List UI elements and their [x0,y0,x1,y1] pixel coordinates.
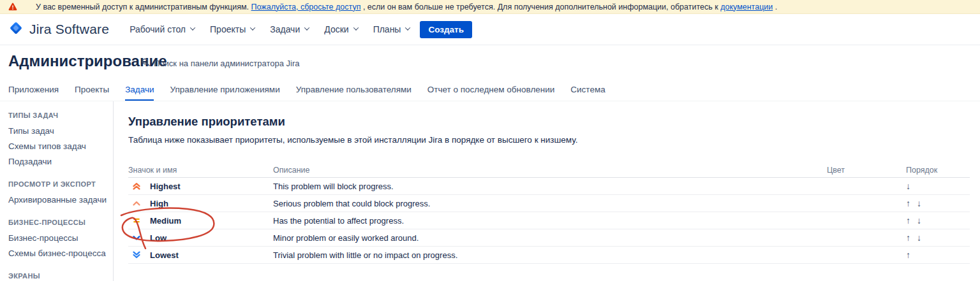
table-row: Medium Has the potential to affect progr… [128,212,970,229]
reset-access-link[interactable]: Пожалуйста, сбросьте доступ [251,3,361,11]
app-header: Jira Software Рабочий стол Проекты Задач… [0,14,980,45]
col-header-description: Описание [273,166,827,175]
banner-text: У вас временный доступ к административны… [36,3,777,11]
jira-logo-icon [8,20,24,39]
sidebar-section-header: БИЗНЕС-ПРОЦЕССЫ [8,219,108,226]
top-nav: Рабочий стол Проекты Задачи Доски Планы [130,24,410,34]
priorities-table: Значок и имя Описание Цвет Порядок Highe… [128,163,970,264]
table-row: High Serious problem that could block pr… [128,195,970,212]
tab-projects[interactable]: Проекты [75,85,109,101]
create-button[interactable]: Создать [420,21,472,38]
search-icon [142,58,150,68]
chevron-down-icon [304,25,309,30]
sidebar-section-view-export: ПРОСМОТР И ЭКСПОРТ Архивированные задачи [8,180,108,207]
documentation-link[interactable]: документации [720,3,773,11]
sidebar-section-workflows: БИЗНЕС-ПРОЦЕССЫ Бизнес-процессы Схемы би… [8,219,108,261]
admin-title-bar: Администрирование Поиск на панели админи… [0,45,980,82]
priority-description: Has the potential to affect progress. [273,216,827,226]
move-down-button[interactable]: ↓ [917,216,921,225]
tab-user-management[interactable]: Управление пользователями [296,85,412,101]
chevron-down-icon [405,25,410,30]
sidebar-section-screens: ЭКРАНЫ Экраны [8,272,108,281]
move-up-button[interactable]: ↑ [906,199,910,208]
tab-system[interactable]: Система [570,85,605,101]
tab-applications[interactable]: Приложения [8,85,59,101]
table-row: Lowest Trivial problem with little or no… [128,247,970,264]
sidebar-item-workflow-schemes[interactable]: Схемы бизнес-процесса [8,245,108,261]
priority-description: Minor problem or easily worked around. [273,233,827,243]
nav-boards[interactable]: Доски [324,24,357,34]
main-content: Управление приоритетами Таблица ниже пок… [114,101,980,281]
sidebar-item-workflows[interactable]: Бизнес-процессы [8,230,108,245]
sidebar-section-issue-types: ТИПЫ ЗАДАЧ Типы задач Схемы типов задач … [8,112,108,169]
nav-plans[interactable]: Планы [373,24,410,34]
chevron-down-icon [190,25,195,30]
priority-name[interactable]: Highest [150,182,181,191]
move-down-button[interactable]: ↓ [906,182,910,191]
move-up-button[interactable]: ↑ [906,250,910,259]
move-down-button[interactable]: ↓ [917,233,921,242]
priority-name[interactable]: High [150,199,168,208]
col-header-color: Цвет [827,166,906,175]
tab-latest-upgrade-report[interactable]: Отчет о последнем обновлении [427,85,555,101]
sidebar-item-issue-types[interactable]: Типы задач [8,123,108,138]
priority-name[interactable]: Low [150,233,167,243]
sidebar-item-archived-issues[interactable]: Архивированные задачи [8,192,108,207]
move-up-button[interactable]: ↑ [906,233,910,242]
chevron-down-icon [250,25,255,30]
warning-icon [8,3,17,11]
admin-tabs: Приложения Проекты Задачи Управление при… [8,85,605,101]
section-title: Управление приоритетами [128,115,970,129]
jira-logo[interactable]: Jira Software [8,20,109,39]
priority-name[interactable]: Medium [150,216,181,226]
nav-projects[interactable]: Проекты [210,24,255,34]
nav-dashboard[interactable]: Рабочий стол [130,24,195,34]
tab-issues[interactable]: Задачи [125,85,154,101]
table-header-row: Значок и имя Описание Цвет Порядок [128,163,970,178]
section-description: Таблица ниже показывает приоритеты, испо… [128,135,970,145]
priority-medium-icon [131,215,142,226]
priority-description: Serious problem that could block progres… [273,199,827,208]
nav-issues[interactable]: Задачи [270,24,309,34]
chevron-down-icon [353,25,358,30]
priority-lowest-icon [131,250,142,260]
priority-highest-icon [131,181,142,191]
admin-access-banner: У вас временный доступ к административны… [0,0,980,14]
priority-high-icon [131,198,142,208]
admin-search[interactable]: Поиск на панели администратора Jira [142,58,300,68]
priority-description: Trivial problem with little or no impact… [273,250,827,260]
col-header-order: Порядок [906,166,970,175]
tab-manage-apps[interactable]: Управление приложениями [170,85,279,101]
jira-logo-text: Jira Software [29,22,109,37]
priority-low-icon [131,233,142,243]
priority-name[interactable]: Lowest [150,250,179,260]
sidebar-section-header: ЭКРАНЫ [8,272,108,280]
col-header-icon-name: Значок и имя [128,166,273,175]
sidebar: ТИПЫ ЗАДАЧ Типы задач Схемы типов задач … [0,101,114,281]
table-row: Highest This problem will block progress… [128,178,970,195]
sidebar-item-subtasks[interactable]: Подзадачи [8,154,108,169]
move-up-button[interactable]: ↑ [906,216,910,225]
table-row: Low Minor problem or easily worked aroun… [128,229,970,247]
move-down-button[interactable]: ↓ [917,199,921,208]
search-placeholder: Поиск на панели администратора Jira [154,59,300,68]
priority-description: This problem will block progress. [273,182,827,191]
sidebar-item-issue-type-schemes[interactable]: Схемы типов задач [8,138,108,154]
sidebar-section-header: ПРОСМОТР И ЭКСПОРТ [8,180,108,188]
sidebar-section-header: ТИПЫ ЗАДАЧ [8,112,108,119]
